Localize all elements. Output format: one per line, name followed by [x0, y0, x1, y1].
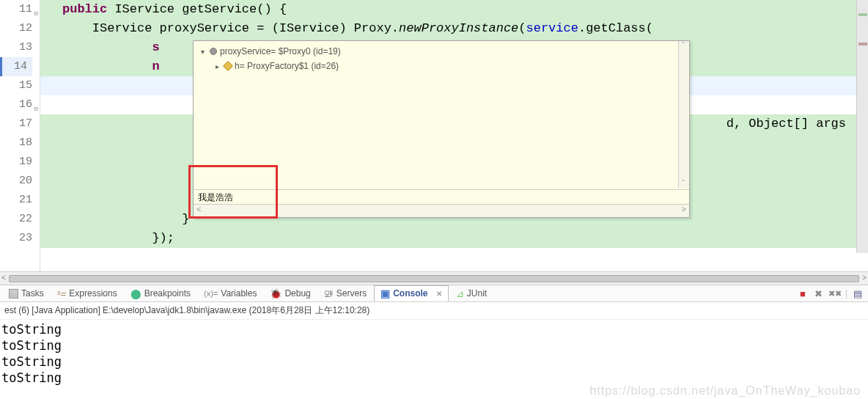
editor-horizontal-scrollbar[interactable]: < > [0, 271, 868, 285]
expressions-icon: ᵡ= [57, 288, 67, 299]
tab-tasks[interactable]: Tasks [3, 287, 50, 300]
gutter-line: 18 [0, 133, 32, 153]
tab-breakpoints[interactable]: ⬤Breakpoints [125, 287, 196, 301]
gutter-line: 15 [0, 76, 32, 95]
hover-tree[interactable]: ▾ proxyService= $Proxy0 (id=19) ▸ h= Pro… [194, 41, 689, 189]
chevron-down-icon[interactable]: ▾ [198, 48, 207, 56]
code-line-11[interactable]: public IService getService() { [40, 0, 868, 19]
remove-all-button[interactable]: ✖✖ [829, 288, 841, 299]
gutter-line: 21 [0, 191, 32, 210]
gutter-line: 23 [0, 229, 32, 248]
breakpoints-icon: ⬤ [130, 288, 141, 299]
gutter-line: 11 [0, 0, 32, 19]
popup-scrollbar[interactable]: ˄ ˅ [678, 41, 688, 188]
scroll-up-icon[interactable]: ˄ [679, 41, 688, 50]
tab-variables[interactable]: (x)=Variables [198, 287, 262, 300]
line-gutter: 11 12 13 14 15 16 17 18 19 20 21 22 23 [0, 0, 40, 271]
console-line: toString [0, 321, 868, 337]
hover-tostring-value: 我是浩浩 [198, 192, 233, 202]
views-tab-bar[interactable]: Tasks ᵡ=Expressions ⬤Breakpoints (x)=Var… [0, 285, 868, 302]
junit-icon: ⊿ [456, 288, 464, 299]
gutter-line: 20 [0, 172, 32, 191]
gutter-line: 12 [0, 19, 32, 38]
nav-prev-icon[interactable]: < [196, 205, 201, 217]
nav-next-icon[interactable]: > [682, 205, 686, 217]
console-process-label: est (6) [Java Application] E:\develop\Ja… [0, 302, 868, 320]
field-icon [223, 61, 233, 71]
scrollbar-thumb[interactable] [9, 275, 859, 282]
chevron-right-icon[interactable]: ▸ [213, 62, 221, 70]
tab-servers[interactable]: 🖳Servers [318, 287, 372, 301]
scroll-right-icon[interactable]: > [862, 274, 867, 282]
console-line: toString [0, 370, 868, 386]
tree-row-proxyservice[interactable]: ▾ proxyService= $Proxy0 (id=19) [198, 44, 685, 59]
code-line-23[interactable]: }); [40, 229, 868, 248]
hover-statusbar: < > [194, 204, 689, 217]
console-line: toString [0, 354, 868, 370]
console-icon: ▣ [380, 288, 390, 299]
variable-icon [210, 48, 217, 55]
gutter-line: 22 [0, 210, 32, 229]
hover-detail-pane: 我是浩浩 [194, 189, 689, 204]
scroll-down-icon[interactable]: ˅ [679, 179, 688, 188]
gutter-line-current: 14 [0, 57, 32, 76]
remove-launch-button[interactable]: ✖ [813, 288, 825, 299]
gutter-line: 17 [0, 114, 32, 133]
console-line: toString [0, 337, 868, 354]
tab-expressions[interactable]: ᵡ=Expressions [51, 287, 123, 301]
separator: | [845, 288, 847, 299]
tab-debug[interactable]: 🐞Debug [264, 287, 316, 301]
debug-hover-popup[interactable]: ▾ proxyService= $Proxy0 (id=19) ▸ h= Pro… [193, 40, 690, 218]
tree-row-h[interactable]: ▸ h= ProxyFactory$1 (id=26) [198, 59, 685, 73]
debug-icon: 🐞 [270, 288, 282, 299]
ruler-mark [858, 43, 867, 45]
code-editor[interactable]: 11 12 13 14 15 16 17 18 19 20 21 22 23 p… [0, 0, 868, 271]
variables-icon: (x)= [204, 289, 218, 298]
tree-label: proxyService= $Proxy0 (id=19) [220, 46, 341, 56]
overview-ruler[interactable] [856, 0, 868, 253]
ruler-mark [858, 13, 867, 16]
gutter-line: 16 [0, 95, 32, 114]
close-icon[interactable]: ✕ [436, 290, 442, 298]
tree-label: h= ProxyFactory$1 (id=26) [235, 61, 339, 71]
servers-icon: 🖳 [324, 288, 334, 299]
tab-junit[interactable]: ⊿JUnit [450, 287, 493, 301]
terminate-button[interactable]: ■ [797, 288, 809, 299]
tab-console[interactable]: ▣Console ✕ [374, 285, 449, 301]
console-output[interactable]: toString toString toString toString [0, 320, 868, 387]
tasks-icon [9, 289, 18, 299]
gutter-line: 19 [0, 153, 32, 172]
console-toolbar: ■ ✖ ✖✖ | ▤ [797, 288, 864, 299]
pin-console-button[interactable]: ▤ [852, 288, 864, 299]
scroll-left-icon[interactable]: < [1, 274, 6, 282]
code-line-12[interactable]: IService proxyService = (IService) Proxy… [40, 19, 868, 38]
gutter-line: 13 [0, 38, 32, 57]
